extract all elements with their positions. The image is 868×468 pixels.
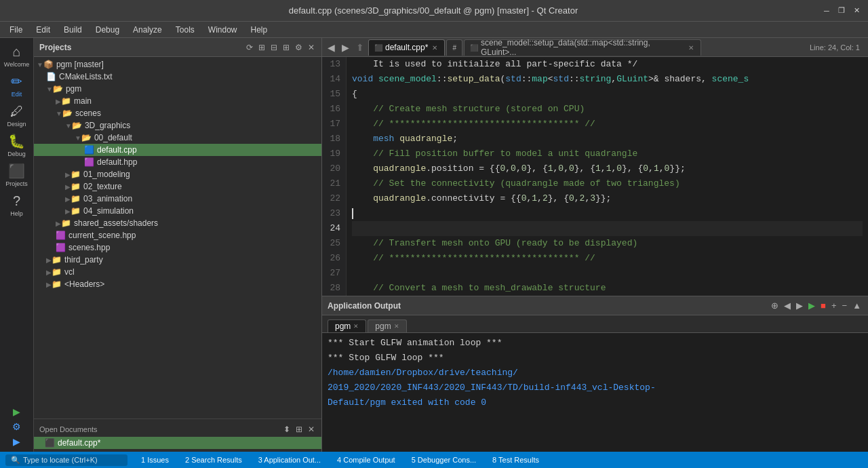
line-num-15: 15	[328, 87, 340, 102]
nav-forward-button[interactable]: ▶	[339, 41, 352, 54]
open-docs-close-icon[interactable]: ✕	[307, 423, 316, 435]
tree-item-pgm-master[interactable]: ▼ 📦 pgm [master]	[34, 58, 321, 71]
tree-label-default-cpp: default.cpp	[97, 145, 137, 155]
restore-button[interactable]: ❐	[835, 5, 848, 17]
menu-item-debug[interactable]: Debug	[89, 24, 126, 36]
tree-item-scenes-hpp[interactable]: 🟪 scenes.hpp	[34, 241, 321, 254]
output-line-1: *** Stop GLFW loop ***	[328, 351, 863, 366]
menu-item-build[interactable]: Build	[57, 24, 89, 36]
line-num-21: 21	[328, 176, 340, 191]
output-stop-icon[interactable]: ■	[819, 299, 827, 312]
status-issues[interactable]: 1 Issues	[138, 454, 172, 465]
main-content: ⌂Welcome✏Edit🖊Design🐛Debug⬛Projects?Help…	[0, 38, 868, 452]
output-collapse-icon[interactable]: ▲	[851, 299, 863, 312]
tree-item-default-hpp[interactable]: 🟪 default.hpp	[34, 156, 321, 168]
tree-item-pgm-folder[interactable]: ▼ 📂 pgm	[34, 83, 321, 95]
line-num-14: 14	[328, 72, 340, 87]
menu-item-tools[interactable]: Tools	[169, 24, 201, 36]
open-docs-expand-icon[interactable]: ⊞	[294, 423, 304, 435]
tree-item-vcl[interactable]: ▶ 📁 vcl	[34, 266, 321, 278]
sidebar-settings-icon[interactable]: ⚙	[294, 41, 304, 54]
tree-item-third-party[interactable]: ▶ 📁 third_party	[34, 254, 321, 266]
activity-btn-edit[interactable]: ✏Edit	[2, 71, 32, 100]
sidebar-filter-icon[interactable]: ⊞	[257, 41, 267, 54]
status-search-placeholder[interactable]: Type to locate (Ctrl+K)	[23, 456, 98, 464]
tree-item-01-modeling[interactable]: ▶ 📁 01_modeling	[34, 168, 321, 180]
sidebar-collapse-icon[interactable]: ⊟	[269, 41, 279, 54]
welcome-label: Welcome	[4, 61, 29, 68]
activity-btn-debug[interactable]: 🐛Debug	[2, 130, 32, 160]
tree-label-shared-assets: shared_assets/shaders	[74, 218, 158, 228]
menu-item-help[interactable]: Help	[244, 24, 275, 36]
tab-cpp-close[interactable]: ✕	[431, 44, 439, 52]
tab-comment[interactable]: #	[446, 39, 462, 56]
tab-scene-model[interactable]: ⬛ scene_model::setup_data(std::map<std::…	[464, 39, 701, 56]
comment-17: // ************************************ …	[352, 119, 595, 129]
menu-item-window[interactable]: Window	[201, 24, 244, 36]
tree-item-02-texture[interactable]: ▶ 📁 02_texture	[34, 180, 321, 193]
tab-scene-close[interactable]: ✕	[687, 44, 695, 52]
output-add-icon[interactable]: +	[830, 299, 838, 312]
activity-bar: ⌂Welcome✏Edit🖊Design🐛Debug⬛Projects?Help…	[0, 38, 34, 452]
line-num-16: 16	[328, 102, 340, 117]
sidebar-sync-icon[interactable]: ⟳	[245, 41, 254, 54]
output-tab-pgm2[interactable]: pgm ✕	[368, 319, 406, 332]
tree-item-04-simulation[interactable]: ▶ 📁 04_simulation	[34, 205, 321, 217]
status-app-output[interactable]: 3 Application Out...	[256, 454, 323, 465]
tree-arrow-main-folder: ▶	[56, 98, 61, 105]
menu-item-edit[interactable]: Edit	[29, 24, 57, 36]
output-next-icon[interactable]: ▶	[795, 299, 804, 312]
status-search-area[interactable]: 🔍 Type to locate (Ctrl+K)	[5, 454, 127, 466]
close-button[interactable]: ✕	[850, 5, 863, 17]
tree-item-shared-assets[interactable]: ▶ 📁 shared_assets/shaders	[34, 217, 321, 229]
activity-btn-help[interactable]: ?Help	[2, 190, 32, 220]
output-remove-icon[interactable]: −	[841, 299, 849, 312]
output-tab-pgm2-close[interactable]: ✕	[394, 323, 399, 330]
code-content[interactable]: It is used to initialize all part-specif…	[347, 57, 868, 296]
open-docs-sort-icon[interactable]: ⬍	[282, 423, 292, 435]
nav-up-button[interactable]: ⬆	[353, 41, 367, 54]
code-editor[interactable]: 13141516171819202122232425262728 It is u…	[322, 57, 868, 296]
debug-cmake-button[interactable]: ⚙	[9, 419, 24, 434]
minimize-button[interactable]: ─	[821, 5, 833, 17]
sidebar-close-icon[interactable]: ✕	[307, 41, 316, 54]
output-tab-pgm1[interactable]: pgm ✕	[328, 319, 366, 332]
activity-btn-design[interactable]: 🖊Design	[2, 100, 32, 130]
tree-icon-01-modeling: 📁	[71, 170, 81, 179]
tree-item-cmakelists[interactable]: 📄 CMakeLists.txt	[34, 71, 321, 83]
tree-item-current-scene-hpp[interactable]: 🟪 current_scene.hpp	[34, 229, 321, 241]
menu-item-analyze[interactable]: Analyze	[126, 24, 169, 36]
status-debugger[interactable]: 5 Debugger Cons...	[409, 454, 479, 465]
output-run-icon[interactable]: ▶	[807, 299, 816, 312]
nav-back-button[interactable]: ◀	[325, 41, 338, 54]
tree-item-00-default[interactable]: ▼ 📂 00_default	[34, 132, 321, 144]
search-icon: 🔍	[11, 456, 20, 465]
status-search-results[interactable]: 2 Search Results	[182, 454, 245, 465]
status-compile-output[interactable]: 4 Compile Output	[334, 454, 398, 465]
open-doc-default-cpp[interactable]: ⬛ default.cpp*	[34, 437, 321, 449]
run-button[interactable]: ▶	[9, 404, 24, 419]
menu-item-file[interactable]: File	[3, 24, 29, 36]
output-tab-pgm1-close[interactable]: ✕	[353, 323, 359, 330]
output-attach-icon[interactable]: ⊕	[770, 299, 780, 312]
tree-item-3d-graphics[interactable]: ▼ 📂 3D_graphics	[34, 119, 321, 132]
tree-item-default-cpp[interactable]: 🟦 default.cpp	[34, 144, 321, 156]
activity-btn-projects[interactable]: ⬛Projects	[2, 160, 32, 190]
tree-label-02-texture: 02_texture	[83, 182, 122, 191]
tree-label-04-simulation: 04_simulation	[83, 206, 134, 216]
tree-item-main-folder[interactable]: ▶ 📁 main	[34, 95, 321, 107]
tree-item-scenes-folder[interactable]: ▼ 📂 scenes	[34, 107, 321, 119]
tree-icon-headers: 📁	[52, 279, 62, 289]
tree-arrow-shared-assets: ▶	[56, 220, 61, 227]
tab-default-cpp[interactable]: ⬛ default.cpp* ✕	[368, 39, 445, 56]
activity-btn-welcome[interactable]: ⌂Welcome	[2, 41, 32, 71]
code-line-16: // Create mesh structure (stored on CPU)	[352, 102, 863, 117]
projects-icon: ⬛	[8, 163, 25, 179]
tree-item-headers[interactable]: ▶ 📁 <Headers>	[34, 278, 321, 290]
tree-label-main-folder: main	[74, 96, 92, 106]
sidebar-expand-icon[interactable]: ⊞	[281, 41, 291, 54]
output-prev-icon[interactable]: ◀	[783, 299, 792, 312]
tree-item-03-animation[interactable]: ▶ 📁 03_animation	[34, 193, 321, 205]
status-test-results[interactable]: 8 Test Results	[490, 454, 542, 465]
step-into-button[interactable]: ▶	[9, 434, 24, 449]
